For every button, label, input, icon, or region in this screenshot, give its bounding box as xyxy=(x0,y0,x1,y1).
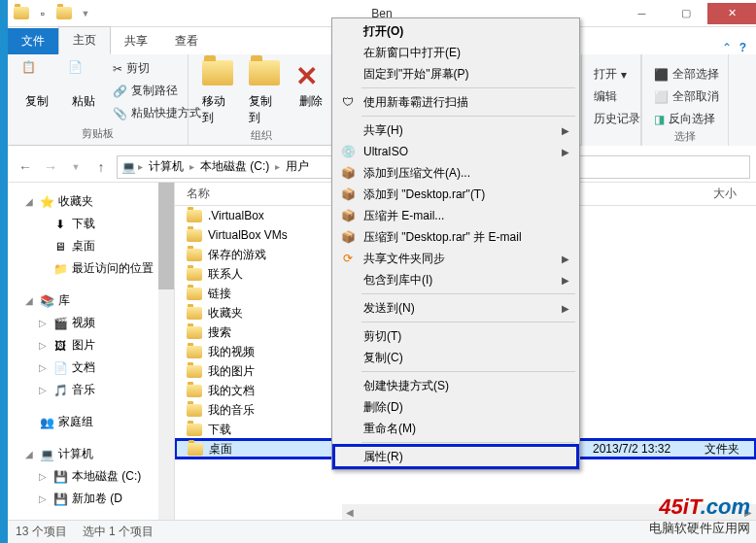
collapse-icon[interactable]: ◢ xyxy=(23,295,35,306)
expand-icon[interactable]: ▷ xyxy=(37,493,49,504)
breadcrumb-drive[interactable]: 本地磁盘 (C:) xyxy=(196,158,273,175)
minimize-button[interactable]: ─ xyxy=(620,3,664,24)
tree-computer[interactable]: ◢💻计算机 xyxy=(12,443,170,465)
properties-icon[interactable]: ▫ xyxy=(35,6,51,21)
ctx-send-to[interactable]: 发送到(N)▶ xyxy=(334,297,577,319)
ctx-compress-email[interactable]: 📦压缩并 E-mail... xyxy=(334,205,577,226)
tree-libraries[interactable]: ◢📚库 xyxy=(12,289,170,312)
ctx-pin-start[interactable]: 固定到"开始"屏幕(P) xyxy=(334,63,577,85)
close-button[interactable]: ✕ xyxy=(707,3,756,24)
tree-desktop[interactable]: 🖥桌面 xyxy=(12,235,170,257)
tree-favorites[interactable]: ◢⭐收藏夹 xyxy=(12,190,170,213)
tree-documents[interactable]: ▷📄文档 xyxy=(12,356,170,379)
copy-icon: 📋 xyxy=(21,60,52,91)
folder-icon xyxy=(187,402,202,418)
expand-icon[interactable]: ▷ xyxy=(37,362,49,373)
ctx-compress-desktop-email[interactable]: 📦压缩到 "Desktop.rar" 并 E-mail xyxy=(334,226,577,248)
tab-view[interactable]: 查看 xyxy=(161,28,212,54)
ctx-delete[interactable]: 删除(D) xyxy=(334,396,577,418)
separator xyxy=(361,87,575,88)
column-name[interactable]: 名称 xyxy=(175,186,330,202)
move-icon xyxy=(202,60,233,91)
scrollbar-thumb[interactable] xyxy=(158,183,174,289)
submenu-arrow-icon: ▶ xyxy=(562,147,569,157)
separator xyxy=(361,371,575,372)
up-button[interactable]: ↑ xyxy=(89,155,113,179)
status-selected-count: 选中 1 个项目 xyxy=(83,524,154,540)
tree-videos[interactable]: ▷🎬视频 xyxy=(12,312,170,334)
ctx-cut[interactable]: 剪切(T) xyxy=(334,325,577,347)
ctx-include-library[interactable]: 包含到库中(I)▶ xyxy=(334,269,577,290)
submenu-arrow-icon: ▶ xyxy=(562,275,569,286)
ctx-properties[interactable]: 属性(R) xyxy=(334,446,577,467)
column-size[interactable]: 大小 xyxy=(713,186,756,202)
expand-icon[interactable]: ▷ xyxy=(37,385,49,395)
move-to-button[interactable]: 移动到 xyxy=(196,58,239,128)
new-folder-icon[interactable] xyxy=(56,6,72,21)
tree-drive-new[interactable]: ▷💾新加卷 (D xyxy=(12,488,170,510)
navigation-tree[interactable]: ◢⭐收藏夹 ⬇下载 🖥桌面 📁最近访问的位置 ◢📚库 ▷🎬视频 ▷🖼图片 ▷📄文… xyxy=(8,183,175,520)
chevron-right-icon[interactable]: ▸ xyxy=(275,161,280,172)
history-button[interactable]: 历史记录 xyxy=(590,109,633,129)
select-all-button[interactable]: ⬛全部选择 xyxy=(650,64,720,85)
expand-icon[interactable]: ▷ xyxy=(37,340,49,351)
edit-button[interactable]: 编辑 xyxy=(590,86,633,107)
copy-button[interactable]: 📋 复制 xyxy=(16,58,58,112)
select-none-icon: ⬜ xyxy=(654,90,669,104)
tree-homegroup[interactable]: 👥家庭组 xyxy=(12,411,170,433)
qat-dropdown-icon[interactable]: ▼ xyxy=(78,6,93,21)
chevron-right-icon[interactable]: ▸ xyxy=(189,161,194,172)
ctx-open[interactable]: 打开(O) xyxy=(334,20,577,42)
archive-icon: 📦 xyxy=(340,187,356,202)
ctx-copy[interactable]: 复制(C) xyxy=(334,347,577,368)
tree-drive-c[interactable]: ▷💾本地磁盘 (C:) xyxy=(12,465,170,488)
delete-x-icon: ✕ xyxy=(295,60,326,91)
ctx-add-archive[interactable]: 📦添加到压缩文件(A)... xyxy=(334,162,577,184)
delete-button[interactable]: ✕ 删除 xyxy=(290,58,332,112)
maximize-button[interactable]: ▢ xyxy=(664,3,707,24)
chevron-right-icon[interactable]: ▸ xyxy=(138,161,143,172)
ctx-open-new-window[interactable]: 在新窗口中打开(E) xyxy=(334,42,577,63)
tree-scrollbar[interactable] xyxy=(158,183,174,520)
tree-downloads[interactable]: ⬇下载 xyxy=(12,213,170,235)
select-none-button[interactable]: ⬜全部取消 xyxy=(650,86,720,107)
breadcrumb-computer[interactable]: 计算机 xyxy=(145,158,188,175)
folder-icon xyxy=(187,422,202,437)
shortcut-icon: 📎 xyxy=(113,107,127,120)
invert-selection-button[interactable]: ◨反向选择 xyxy=(650,109,720,129)
folder-icon xyxy=(187,286,202,301)
ctx-create-shortcut[interactable]: 创建快捷方式(S) xyxy=(334,375,577,396)
tree-pictures[interactable]: ▷🖼图片 xyxy=(12,334,170,356)
paste-button[interactable]: 📄 粘贴 xyxy=(62,58,105,112)
tab-file[interactable]: 文件 xyxy=(8,28,58,54)
ctx-rename[interactable]: 重命名(M) xyxy=(334,418,577,439)
breadcrumb-users[interactable]: 用户 xyxy=(282,158,313,175)
ctx-ultraiso[interactable]: 💿UltraISO▶ xyxy=(334,141,577,162)
copy-to-button[interactable]: 复制到 xyxy=(243,58,286,128)
library-icon: 📚 xyxy=(39,293,54,309)
ctx-add-desktop-rar[interactable]: 📦添加到 "Desktop.rar"(T) xyxy=(334,184,577,205)
ctx-scan[interactable]: 🛡使用新毒霸进行扫描 xyxy=(334,91,577,113)
tree-recent[interactable]: 📁最近访问的位置 xyxy=(12,257,170,280)
collapse-icon[interactable]: ◢ xyxy=(23,449,35,459)
separator xyxy=(361,116,575,117)
expand-icon[interactable]: ▷ xyxy=(37,471,49,482)
help-icon[interactable]: ? xyxy=(739,41,746,54)
ribbon-collapse-icon[interactable]: ⌃ xyxy=(722,41,732,54)
archive-icon: 📦 xyxy=(340,229,356,245)
ctx-share[interactable]: 共享(H)▶ xyxy=(334,119,577,141)
history-dropdown[interactable]: ▼ xyxy=(64,155,87,179)
expand-icon[interactable]: ▷ xyxy=(37,318,49,328)
tree-music[interactable]: ▷🎵音乐 xyxy=(12,379,170,401)
tab-home[interactable]: 主页 xyxy=(58,26,111,54)
folder-icon xyxy=(14,6,29,21)
scroll-left-icon[interactable]: ◀ xyxy=(342,507,358,518)
open-button[interactable]: 打开 ▾ xyxy=(590,64,633,85)
ctx-sync-folder[interactable]: ⟳共享文件夹同步▶ xyxy=(334,248,577,269)
collapse-icon[interactable]: ◢ xyxy=(23,196,35,207)
back-button[interactable]: ← xyxy=(14,155,37,179)
folder-icon xyxy=(187,247,202,262)
tab-share[interactable]: 共享 xyxy=(111,28,161,54)
document-icon: 📄 xyxy=(52,360,68,376)
context-menu: 打开(O) 在新窗口中打开(E) 固定到"开始"屏幕(P) 🛡使用新毒霸进行扫描… xyxy=(331,17,580,470)
